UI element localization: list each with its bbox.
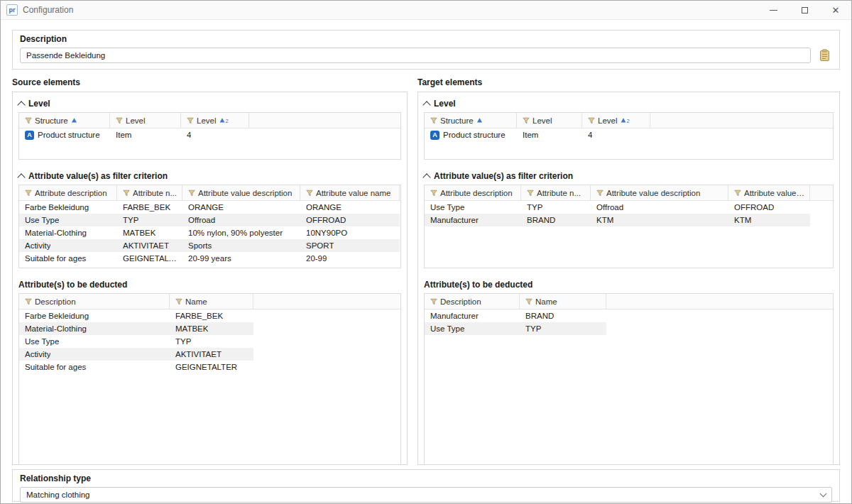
filter-icon[interactable] xyxy=(187,117,194,124)
table-row[interactable]: Use TypeTYPOffroadOFFROAD xyxy=(19,214,400,226)
source-filter-header[interactable]: Attribute value(s) as filter criterion xyxy=(18,169,401,183)
paste-icon xyxy=(819,49,831,62)
column-header[interactable]: Attribute value description xyxy=(591,185,728,200)
filter-icon[interactable] xyxy=(306,190,313,197)
column-header[interactable]: Name xyxy=(170,294,253,309)
column-header[interactable]: Structure xyxy=(425,113,517,128)
filter-icon[interactable] xyxy=(188,190,195,197)
column-header[interactable]: Level xyxy=(110,113,181,128)
filter-icon[interactable] xyxy=(734,190,741,197)
relationship-select[interactable]: Matching clothing xyxy=(20,487,832,503)
filter-icon[interactable] xyxy=(430,298,437,305)
app-icon: pr xyxy=(6,4,18,16)
table-cell: Sports xyxy=(182,241,300,250)
table-row[interactable]: Use TypeTYP xyxy=(425,322,606,335)
source-level-header[interactable]: Level xyxy=(18,97,401,111)
target-filter-table: Attribute descriptionAttribute n...Attri… xyxy=(424,185,834,268)
filter-icon[interactable] xyxy=(525,298,532,305)
table-row[interactable]: Use TypeTYPOffroadOFFROAD xyxy=(425,201,810,214)
minimize-button[interactable] xyxy=(758,1,789,19)
column-header[interactable]: Attribute value description xyxy=(182,185,300,200)
sort-asc-icon xyxy=(71,117,77,124)
filter-icon[interactable] xyxy=(116,117,123,124)
column-header[interactable]: Attribute n... xyxy=(117,185,182,200)
column-header[interactable]: Name xyxy=(520,294,606,309)
column-header[interactable]: Attribute description xyxy=(19,185,117,200)
table-row[interactable]: AProduct structureItem4 xyxy=(19,128,249,141)
filter-icon[interactable] xyxy=(523,117,530,124)
filter-icon[interactable] xyxy=(527,190,534,197)
dialog-content: Description Source elements xyxy=(1,20,851,502)
filter-icon[interactable] xyxy=(25,298,32,305)
table-cell: OFFROAD xyxy=(728,203,810,212)
table-header: DescriptionName xyxy=(19,294,400,309)
table-header: DescriptionName xyxy=(425,294,833,309)
filter-icon[interactable] xyxy=(588,117,595,124)
table-row[interactable]: ActivityAKTIVITAETSportsSPORT xyxy=(19,239,400,252)
column-header[interactable]: Level2 xyxy=(181,113,249,128)
column-header[interactable]: Level xyxy=(517,113,582,128)
table-cell: ORANGE xyxy=(300,203,400,212)
filter-icon[interactable] xyxy=(175,298,182,305)
maximize-button[interactable] xyxy=(789,1,820,19)
table-row[interactable]: ActivityAKTIVITAET xyxy=(19,348,253,361)
table-row[interactable]: Farbe BekleidungFARBE_BEK xyxy=(19,309,253,322)
table-cell: TYP xyxy=(117,216,182,224)
column-header[interactable]: Structure xyxy=(19,113,110,128)
filter-icon[interactable] xyxy=(430,117,437,124)
paste-button[interactable] xyxy=(816,48,832,63)
table-cell: KTM xyxy=(728,216,810,224)
description-input[interactable] xyxy=(20,48,811,63)
filter-icon[interactable] xyxy=(25,190,32,197)
target-level-header[interactable]: Level xyxy=(424,97,834,111)
target-panel: Level StructureLevelLevel2AProduct struc… xyxy=(417,92,840,465)
section-title: Attribute value(s) as filter criterion xyxy=(434,171,573,181)
source-elements-title: Source elements xyxy=(12,77,408,88)
table-cell: Suitable for ages xyxy=(19,363,170,371)
column-header[interactable]: Attribute value n... xyxy=(728,185,810,200)
table-row[interactable]: ManufacturerBRAND xyxy=(425,309,606,322)
source-deducted-header[interactable]: Attribute(s) to be deducted xyxy=(18,278,401,292)
close-button[interactable]: ✕ xyxy=(820,1,851,19)
svg-text:2: 2 xyxy=(225,118,228,124)
table-row[interactable]: Suitable for agesGEIGNETALTER xyxy=(19,361,253,373)
collapse-icon xyxy=(422,173,430,181)
relationship-label: Relationship type xyxy=(20,473,832,483)
target-deducted-header[interactable]: Attribute(s) to be deducted xyxy=(424,278,834,292)
column-header[interactable]: Description xyxy=(425,294,520,309)
dropdown-icon xyxy=(820,491,827,498)
table-row[interactable]: Farbe BekleidungFARBE_BEKORANGEORANGE xyxy=(19,201,400,214)
attribute-icon: A xyxy=(25,131,34,140)
table-cell: Item xyxy=(110,131,181,139)
table-cell: Manufacturer xyxy=(425,216,521,224)
filter-icon[interactable] xyxy=(430,190,437,197)
table-cell: Activity xyxy=(19,350,170,358)
table-row[interactable]: AProduct structureItem4 xyxy=(425,128,650,141)
source-level-section: Level StructureLevelLevel2AProduct struc… xyxy=(18,97,401,160)
filter-icon[interactable] xyxy=(123,190,130,197)
column-header[interactable]: Attribute value name xyxy=(300,185,400,200)
table-cell: GEIGNETALTER xyxy=(117,254,182,263)
source-level-table: StructureLevelLevel2AProduct structureIt… xyxy=(18,112,401,160)
column-header[interactable]: Level2 xyxy=(582,113,650,128)
filter-icon[interactable] xyxy=(596,190,604,197)
filter-icon[interactable] xyxy=(25,117,32,124)
table-row[interactable]: Use TypeTYP xyxy=(19,335,253,348)
collapse-icon xyxy=(17,101,25,109)
table-cell: Material-Clothing xyxy=(19,324,170,333)
section-title: Level xyxy=(28,99,50,109)
collapse-icon xyxy=(422,101,430,109)
minimize-icon xyxy=(770,10,777,11)
column-header[interactable]: Attribute n... xyxy=(521,185,591,200)
target-filter-header[interactable]: Attribute value(s) as filter criterion xyxy=(424,169,834,183)
table-row[interactable]: Suitable for agesGEIGNETALTER20-99 years… xyxy=(19,252,400,265)
table-header: Attribute descriptionAttribute n...Attri… xyxy=(425,185,833,201)
table-cell: 20-99 xyxy=(300,254,400,263)
svg-text:2: 2 xyxy=(626,118,629,124)
column-header[interactable]: Attribute description xyxy=(425,185,521,200)
column-header[interactable]: Description xyxy=(19,294,170,309)
table-cell: TYP xyxy=(520,324,606,333)
table-row[interactable]: ManufacturerBRANDKTMKTM xyxy=(425,214,810,226)
table-row[interactable]: Material-ClothingMATBEK10% nylon, 90% po… xyxy=(19,226,400,239)
table-row[interactable]: Material-ClothingMATBEK xyxy=(19,322,253,335)
